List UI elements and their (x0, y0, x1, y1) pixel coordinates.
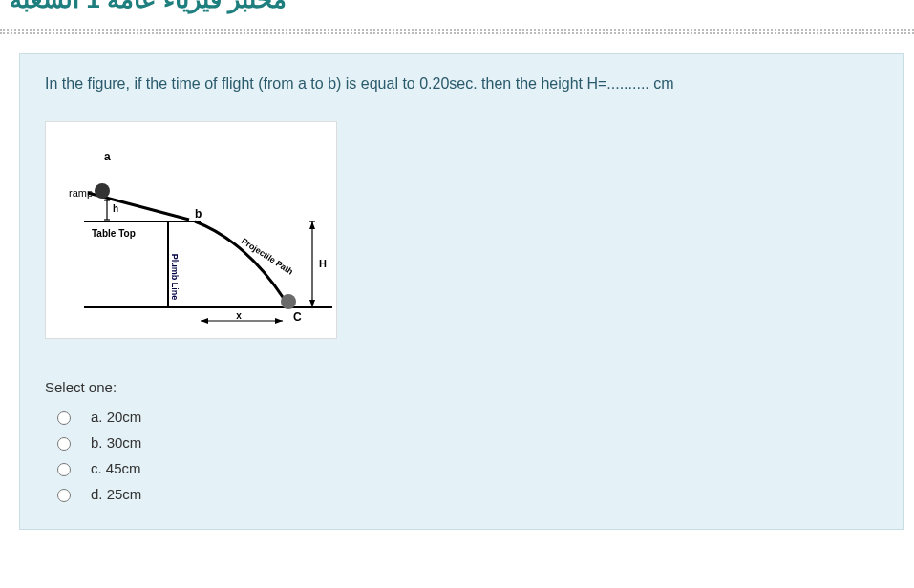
label-c: C (293, 310, 302, 324)
label-plumbline: Plumb Line (170, 254, 180, 301)
option-b[interactable]: b. 30cm (45, 430, 879, 456)
radio-d[interactable] (57, 489, 71, 502)
select-prompt: Select one: (45, 379, 879, 395)
svg-marker-15 (275, 318, 283, 324)
question-text: In the figure, if the time of flight (fr… (45, 75, 879, 93)
label-x: x (236, 310, 242, 321)
svg-marker-11 (309, 221, 315, 229)
label-ramp: ramp (69, 187, 93, 199)
label-big-h: H (319, 258, 327, 269)
option-c-label: c. 45cm (91, 460, 141, 476)
option-a[interactable]: a. 20cm (45, 405, 879, 430)
option-a-label: a. 20cm (91, 409, 141, 425)
page-header: مختبر فيزياء عامة 1 الشعبة (0, 0, 914, 19)
label-h: h (113, 203, 118, 214)
svg-point-8 (281, 294, 296, 309)
radio-c[interactable] (57, 463, 71, 476)
label-b: b (195, 207, 202, 220)
label-tabletop: Table Top (92, 228, 136, 239)
option-c[interactable]: c. 45cm (45, 456, 879, 482)
svg-marker-14 (201, 318, 208, 324)
option-d[interactable]: d. 25cm (45, 482, 879, 508)
answer-block: Select one: a. 20cm b. 30cm c. 45cm d. 2… (45, 379, 879, 508)
label-a: a (104, 150, 111, 163)
option-b-label: b. 30cm (91, 434, 141, 451)
question-card: In the figure, if the time of flight (fr… (19, 53, 904, 530)
svg-point-2 (95, 183, 110, 199)
svg-marker-12 (309, 300, 315, 307)
option-d-label: d. 25cm (91, 486, 141, 502)
page-title: مختبر فيزياء عامة 1 الشعبة (10, 0, 287, 14)
divider (0, 29, 914, 34)
radio-a[interactable] (57, 411, 71, 425)
figure-image: a ramp h Table Top b Plumb Line Projecti… (45, 121, 337, 339)
radio-b[interactable] (57, 437, 71, 451)
